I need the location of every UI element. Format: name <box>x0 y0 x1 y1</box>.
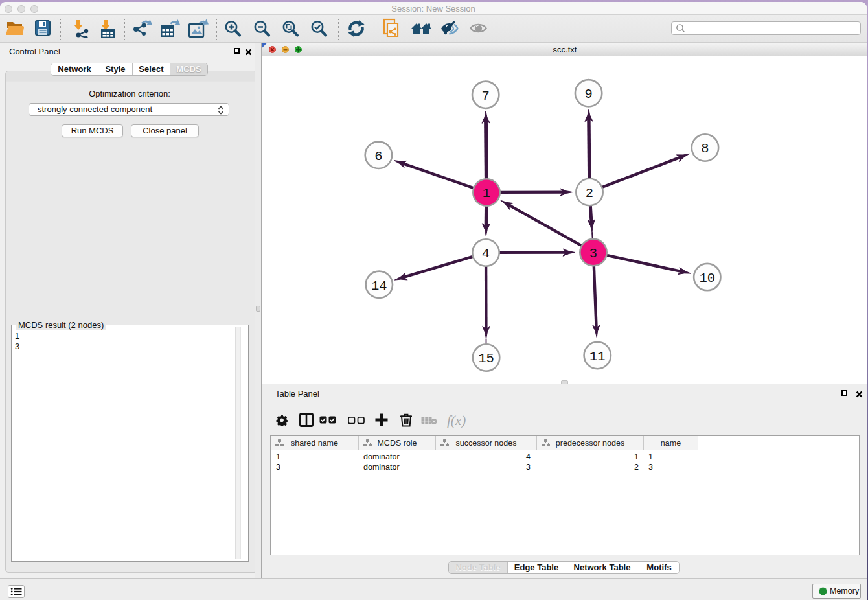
svg-text:8: 8 <box>701 141 709 156</box>
svg-text:1: 1 <box>483 186 490 201</box>
svg-text:4: 4 <box>482 246 490 261</box>
svg-text:2: 2 <box>586 186 593 201</box>
svg-text:3: 3 <box>589 246 597 261</box>
svg-text:7: 7 <box>482 89 490 104</box>
svg-text:6: 6 <box>374 149 382 164</box>
svg-text:10: 10 <box>699 271 715 286</box>
svg-text:14: 14 <box>371 279 387 294</box>
svg-text:11: 11 <box>589 349 606 364</box>
svg-text:9: 9 <box>584 87 592 102</box>
svg-text:15: 15 <box>478 351 494 366</box>
